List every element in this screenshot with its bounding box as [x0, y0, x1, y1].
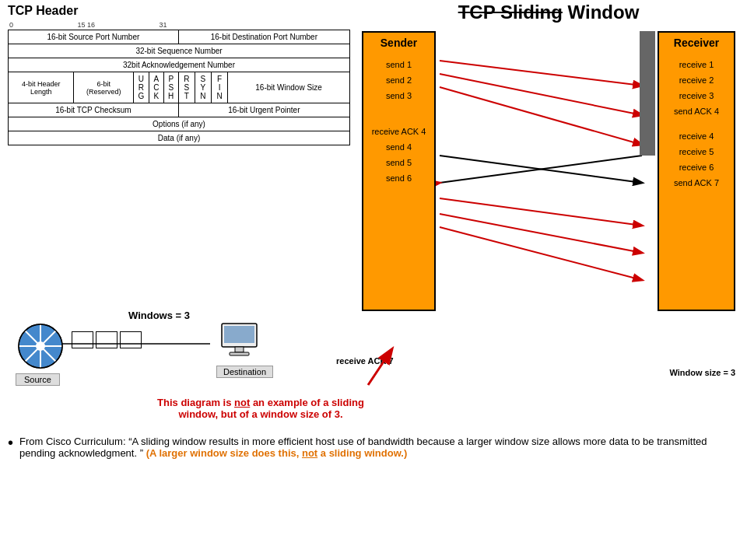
- urgent-ptr-cell: 16-bit Urgent Pointer: [178, 103, 349, 117]
- svg-line-7: [440, 227, 642, 280]
- options-cell: Options (if any): [9, 117, 350, 131]
- send-item-4: send 4: [386, 142, 412, 152]
- ack-num-cell: 32bit Acknowledgement Number: [9, 58, 350, 72]
- send-item-5: send 5: [386, 158, 412, 167]
- send-item-1: send 1: [386, 60, 412, 69]
- data-cell: Data (if any): [9, 131, 350, 145]
- bullet-content: From Cisco Curriculum: “A sliding window…: [19, 436, 739, 459]
- receiver-box: Receiver receive 1 receive 2 receive 3 s…: [658, 31, 735, 311]
- svg-point-13: [36, 341, 45, 351]
- svg-rect-18: [235, 347, 244, 352]
- receiver-label: Receiver: [674, 37, 719, 49]
- table-row: 16-bit TCP Checksum 16-bit Urgent Pointe…: [9, 103, 350, 117]
- tcp-header-section: TCP Header 0 15 16 31 16-bit Source Port…: [8, 4, 350, 145]
- send-ack7-label: send ACK 7: [674, 178, 719, 187]
- table-row: 4-bit HeaderLength 6-bit(Reserved) URG A…: [9, 72, 350, 103]
- window-label: Window: [563, 2, 639, 23]
- bit-header: 0 15 16 31: [8, 21, 350, 29]
- dest-port-cell: 16-bit Destination Port Number: [178, 30, 349, 44]
- send-item-3: send 3: [386, 91, 412, 100]
- caption-not: not: [234, 397, 250, 408]
- computer-icon: [218, 321, 261, 364]
- receive-item-4: receive 4: [679, 131, 714, 141]
- receive-item-2: receive 2: [679, 75, 714, 85]
- bit-0: 0: [9, 21, 13, 29]
- svg-rect-19: [230, 352, 249, 355]
- svg-line-20: [368, 350, 391, 385]
- header-length-cell: 4-bit HeaderLength: [9, 72, 74, 103]
- table-row: 32-bit Sequence Number: [9, 44, 350, 58]
- send-item-6: send 6: [386, 173, 412, 183]
- svg-line-5: [440, 198, 642, 226]
- svg-line-6: [440, 214, 642, 253]
- receive-item-3: receive 3: [679, 91, 714, 100]
- urg-flag: URG: [134, 72, 149, 103]
- window-size-cell: 16-bit Window Size: [228, 72, 350, 103]
- source-label: Source: [16, 373, 60, 386]
- svg-line-1: [440, 74, 642, 115]
- sliding-window-title: TCP Sliding Window: [358, 2, 739, 23]
- svg-rect-17: [224, 326, 254, 343]
- svg-line-2: [440, 87, 642, 145]
- bullet-icon: •: [8, 434, 13, 452]
- receive-item-6: receive 6: [679, 163, 714, 172]
- sliding-window-diagram: Sender send 1 send 2 send 3 receive ACK …: [358, 27, 739, 385]
- red-arrow-diagram: [356, 342, 403, 389]
- rst-flag: RST: [178, 72, 195, 103]
- caption-block: This diagram is not an example of a slid…: [152, 397, 370, 420]
- orange-text: (A larger window size does this, not a s…: [146, 447, 408, 459]
- tcp-fields-table: 16-bit Source Port Number 16-bit Destina…: [8, 30, 350, 145]
- syn-flag: SYN: [195, 72, 211, 103]
- arrows-svg: [436, 31, 654, 311]
- sliding-strikethrough: TCP Sliding: [458, 2, 563, 23]
- receive-ack4-label: receive ACK 4: [372, 127, 426, 136]
- send-item-2: send 2: [386, 75, 412, 85]
- connection-line: [62, 338, 218, 350]
- tcp-header-title: TCP Header: [8, 4, 350, 18]
- svg-line-0: [440, 61, 642, 86]
- checksum-cell: 16-bit TCP Checksum: [9, 103, 179, 117]
- table-row: 16-bit Source Port Number 16-bit Destina…: [9, 30, 350, 44]
- caption-text-before: This diagram is: [157, 397, 234, 408]
- network-diagram: Source Destination: [8, 317, 350, 395]
- window-size-label: Window size = 3: [669, 368, 735, 377]
- table-row: 32bit Acknowledgement Number: [9, 58, 350, 72]
- sender-label: Sender: [381, 37, 417, 49]
- sender-box: Sender send 1 send 2 send 3 receive ACK …: [362, 31, 436, 311]
- fin-flag: FIN: [212, 72, 228, 103]
- table-row: Data (if any): [9, 131, 350, 145]
- send-ack4-label: send ACK 4: [674, 107, 719, 116]
- table-row: Options (if any): [9, 117, 350, 131]
- receive-item-5: receive 5: [679, 147, 714, 156]
- receive-item-1: receive 1: [679, 60, 714, 69]
- bullet-section: • From Cisco Curriculum: “A sliding wind…: [8, 436, 739, 459]
- router-icon: [16, 321, 66, 372]
- psh-flag: PSH: [163, 72, 178, 103]
- destination-label: Destination: [216, 366, 273, 378]
- source-port-cell: 16-bit Source Port Number: [9, 30, 179, 44]
- reserved-cell: 6-bit(Reserved): [74, 72, 134, 103]
- bit-31: 31: [160, 21, 167, 29]
- not-underline: not: [302, 447, 317, 459]
- bit-15: 15 16: [78, 21, 96, 29]
- ack-flag: ACK: [149, 72, 163, 103]
- receiver-gray-bar: [640, 31, 655, 156]
- seq-num-cell: 32-bit Sequence Number: [9, 44, 350, 58]
